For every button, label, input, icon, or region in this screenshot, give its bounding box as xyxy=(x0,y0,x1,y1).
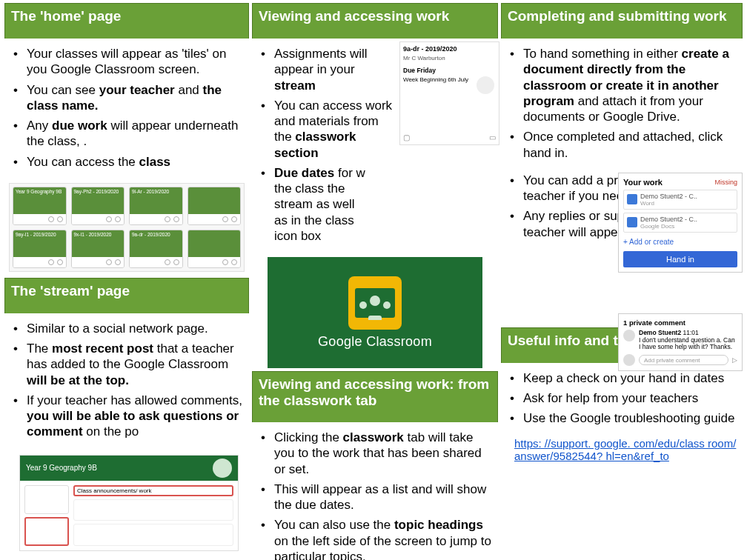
column-viewing: Viewing and accessing work Assignments w… xyxy=(252,3,498,560)
classwork-points: Clicking the classwork tab will take you… xyxy=(252,422,498,560)
hand-in-button[interactable]: Hand in xyxy=(623,251,737,267)
word-icon xyxy=(627,194,637,204)
status-missing: Missing xyxy=(714,179,737,186)
bullet-point: Clicking the classwork tab will take you… xyxy=(265,430,494,477)
add-or-create[interactable]: + Add or create xyxy=(623,236,737,248)
class-tile[interactable]: 9ay-I1 - 2019/2020 xyxy=(13,230,67,268)
home-header: The 'home' page xyxy=(4,3,249,39)
google-classroom-label: Google Classroom xyxy=(318,334,432,350)
pc-message: I don't understand question a. Can I hav… xyxy=(639,336,735,351)
google-classroom-icon xyxy=(348,276,402,330)
home-points: Your classes will appear as 'tiles' on y… xyxy=(4,39,249,180)
bullet-point: You can access the class xyxy=(18,154,245,170)
bullet-point: Your classes will appear as 'tiles' on y… xyxy=(18,46,245,78)
bullet-point: Any due work will appear underneath the … xyxy=(18,118,245,150)
bullet-point: To hand something in either create a doc… xyxy=(514,46,738,124)
column-home-stream: The 'home' page Your classes will appear… xyxy=(4,3,249,551)
private-comment-panel: 1 private comment Demo Stuent2 11:01 I d… xyxy=(618,313,743,371)
assignment-due: Due Friday xyxy=(403,67,496,74)
class-tile[interactable]: 9a-dr - 2019/2020 xyxy=(129,230,183,268)
bullet-point: You can also use the topic headings on t… xyxy=(265,517,494,560)
stream-banner-label: Year 9 Geography 9B xyxy=(26,464,97,472)
your-work-title: Your work xyxy=(623,178,663,187)
bullet-point: Ask for help from your teachers xyxy=(514,390,738,406)
classwork-header: Viewing and accessing work: from the cla… xyxy=(252,371,498,422)
assignment-teacher: Mr C Warburton xyxy=(403,55,496,61)
bullet-point: Assignments will appear in your stream xyxy=(265,46,394,93)
folder-icon: ▭ xyxy=(489,133,496,141)
bullet-point: The most recent post that a teacher has … xyxy=(18,341,245,388)
tips-points: Keep a check on your hand in datesAsk fo… xyxy=(501,363,743,437)
bullet-point: You can see your teacher and the class n… xyxy=(18,82,245,114)
submit-top-points: To hand something in either create a doc… xyxy=(501,39,743,171)
assignment-class: 9a-dr - 2019/2020 xyxy=(403,45,496,53)
bullet-point: Once completed and attached, click hand … xyxy=(514,129,738,161)
stream-post-row xyxy=(73,524,233,546)
class-tile[interactable]: 9x-I1 - 2019/2020 xyxy=(71,230,125,268)
pc-input[interactable]: Add private comment xyxy=(639,355,728,365)
class-tile[interactable]: 9l-Ar - 2019/2020 xyxy=(129,187,183,225)
camera-icon: ▢ xyxy=(403,133,410,141)
attached-file[interactable]: Demo Stuent2 - C..Google Docs xyxy=(623,213,737,233)
attached-file[interactable]: Demo Stuent2 - C..Word xyxy=(623,190,737,210)
class-tile[interactable] xyxy=(187,230,242,268)
pc-header: 1 private comment xyxy=(623,319,737,327)
avatar xyxy=(623,330,635,341)
stream-mock: Year 9 Geography 9B Class announcements/… xyxy=(19,455,239,551)
bullet-point: You can access work and materials from t… xyxy=(265,98,394,161)
avatar xyxy=(477,76,494,94)
stream-header: The 'stream' page xyxy=(4,278,249,313)
your-work-panel: Your workMissing Demo Stuent2 - C..Word … xyxy=(618,173,743,273)
bullet-point: Use the Google troubleshooting guide xyxy=(514,410,738,426)
stream-side-card-highlighted xyxy=(24,517,69,546)
column-submitting: Completing and submitting work To hand s… xyxy=(501,3,743,462)
avatar xyxy=(623,354,635,366)
stream-points: Similar to a social network page.The mos… xyxy=(4,313,249,450)
stream-announcement: Class announcements/ work xyxy=(73,485,233,496)
class-tile[interactable]: Year 9 Geography 9B xyxy=(13,187,67,225)
support-link[interactable]: https: //support. google. com/edu/class … xyxy=(514,437,736,462)
stream-side-card xyxy=(24,485,69,514)
send-icon[interactable]: ▷ xyxy=(732,356,737,364)
class-tile[interactable] xyxy=(187,187,242,225)
viewing-header: Viewing and accessing work xyxy=(252,3,498,39)
bullet-point: Keep a check on your hand in dates xyxy=(514,370,738,386)
globe-icon xyxy=(213,459,232,478)
bullet-point: Due dates for wthe class thestream as we… xyxy=(265,165,394,244)
bullet-point: Similar to a social network page. xyxy=(18,321,245,336)
class-tile[interactable]: 9ay-Ph2 - 2019/2020 xyxy=(71,187,125,225)
bullet-point: This will appear as a list and will show… xyxy=(265,481,494,513)
classroom-tiles-mock: Year 9 Geography 9B9ay-Ph2 - 2019/20209l… xyxy=(9,183,245,272)
google-classroom-badge: Google Classroom xyxy=(268,257,482,368)
assignment-card: 9a-dr - 2019/2020 Mr C Warburton Due Fri… xyxy=(399,41,499,145)
docs-icon xyxy=(627,217,637,227)
submit-header: Completing and submitting work xyxy=(501,3,743,39)
stream-post-row xyxy=(73,499,233,521)
bullet-point: If your teacher has allowed comments, yo… xyxy=(18,393,245,440)
